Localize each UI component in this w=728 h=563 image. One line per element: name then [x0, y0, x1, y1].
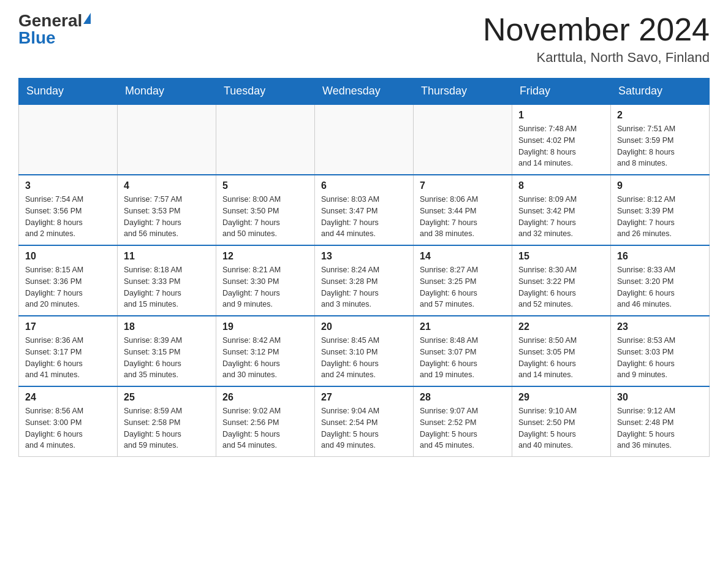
- calendar-cell: [19, 104, 118, 175]
- day-info: Sunrise: 7:57 AM Sunset: 3:53 PM Dayligh…: [124, 194, 210, 240]
- day-number: 20: [321, 321, 407, 332]
- day-number: 14: [420, 251, 506, 262]
- day-info: Sunrise: 8:21 AM Sunset: 3:30 PM Dayligh…: [222, 264, 308, 310]
- day-header-monday: Monday: [118, 79, 216, 105]
- calendar-cell: 10Sunrise: 8:15 AM Sunset: 3:36 PM Dayli…: [19, 245, 118, 316]
- day-info: Sunrise: 8:39 AM Sunset: 3:15 PM Dayligh…: [124, 335, 210, 381]
- day-number: 16: [617, 251, 703, 262]
- day-info: Sunrise: 8:42 AM Sunset: 3:12 PM Dayligh…: [222, 335, 308, 381]
- calendar-cell: 28Sunrise: 9:07 AM Sunset: 2:52 PM Dayli…: [414, 386, 512, 457]
- day-number: 2: [617, 110, 703, 121]
- calendar-cell: [414, 104, 512, 175]
- calendar-cell: 20Sunrise: 8:45 AM Sunset: 3:10 PM Dayli…: [315, 316, 414, 386]
- week-row-5: 24Sunrise: 8:56 AM Sunset: 3:00 PM Dayli…: [19, 386, 710, 457]
- day-number: 15: [518, 251, 604, 262]
- day-header-thursday: Thursday: [414, 79, 512, 105]
- calendar-cell: 1Sunrise: 7:48 AM Sunset: 4:02 PM Daylig…: [512, 104, 611, 175]
- day-number: 29: [518, 392, 604, 403]
- calendar-cell: 13Sunrise: 8:24 AM Sunset: 3:28 PM Dayli…: [315, 245, 414, 316]
- logo-triangle-icon: [83, 13, 91, 24]
- day-number: 18: [124, 321, 210, 332]
- day-number: 8: [518, 180, 604, 191]
- day-info: Sunrise: 8:00 AM Sunset: 3:50 PM Dayligh…: [222, 194, 308, 240]
- calendar-cell: [216, 104, 315, 175]
- day-number: 23: [617, 321, 703, 332]
- day-info: Sunrise: 9:04 AM Sunset: 2:54 PM Dayligh…: [321, 405, 407, 451]
- day-info: Sunrise: 8:27 AM Sunset: 3:25 PM Dayligh…: [420, 264, 506, 310]
- calendar-table: SundayMondayTuesdayWednesdayThursdayFrid…: [18, 78, 710, 457]
- calendar-cell: 23Sunrise: 8:53 AM Sunset: 3:03 PM Dayli…: [611, 316, 710, 386]
- day-number: 11: [124, 251, 210, 262]
- day-number: 28: [420, 392, 506, 403]
- calendar-cell: 3Sunrise: 7:54 AM Sunset: 3:56 PM Daylig…: [19, 175, 118, 245]
- day-number: 19: [222, 321, 308, 332]
- day-info: Sunrise: 8:12 AM Sunset: 3:39 PM Dayligh…: [617, 194, 703, 240]
- calendar-cell: 6Sunrise: 8:03 AM Sunset: 3:47 PM Daylig…: [315, 175, 414, 245]
- week-row-2: 3Sunrise: 7:54 AM Sunset: 3:56 PM Daylig…: [19, 175, 710, 245]
- calendar-cell: 19Sunrise: 8:42 AM Sunset: 3:12 PM Dayli…: [216, 316, 315, 386]
- calendar-cell: 4Sunrise: 7:57 AM Sunset: 3:53 PM Daylig…: [118, 175, 216, 245]
- page-header: General Blue November 2024 Karttula, Nor…: [18, 12, 710, 66]
- day-header-saturday: Saturday: [611, 79, 710, 105]
- calendar-cell: 7Sunrise: 8:06 AM Sunset: 3:44 PM Daylig…: [414, 175, 512, 245]
- day-number: 22: [518, 321, 604, 332]
- day-header-tuesday: Tuesday: [216, 79, 315, 105]
- day-number: 21: [420, 321, 506, 332]
- day-info: Sunrise: 8:33 AM Sunset: 3:20 PM Dayligh…: [617, 264, 703, 310]
- day-number: 10: [25, 251, 111, 262]
- day-info: Sunrise: 8:15 AM Sunset: 3:36 PM Dayligh…: [25, 264, 111, 310]
- calendar-cell: 16Sunrise: 8:33 AM Sunset: 3:20 PM Dayli…: [611, 245, 710, 316]
- logo-blue-text: Blue: [18, 29, 56, 47]
- calendar-subtitle: Karttula, North Savo, Finland: [483, 50, 710, 66]
- calendar-title: November 2024: [483, 12, 710, 47]
- calendar-cell: 22Sunrise: 8:50 AM Sunset: 3:05 PM Dayli…: [512, 316, 611, 386]
- calendar-cell: 15Sunrise: 8:30 AM Sunset: 3:22 PM Dayli…: [512, 245, 611, 316]
- day-number: 9: [617, 180, 703, 191]
- calendar-cell: 8Sunrise: 8:09 AM Sunset: 3:42 PM Daylig…: [512, 175, 611, 245]
- calendar-cell: 5Sunrise: 8:00 AM Sunset: 3:50 PM Daylig…: [216, 175, 315, 245]
- day-info: Sunrise: 8:56 AM Sunset: 3:00 PM Dayligh…: [25, 405, 111, 451]
- day-number: 1: [518, 110, 604, 121]
- day-number: 4: [124, 180, 210, 191]
- day-number: 6: [321, 180, 407, 191]
- day-number: 24: [25, 392, 111, 403]
- day-number: 27: [321, 392, 407, 403]
- day-info: Sunrise: 9:02 AM Sunset: 2:56 PM Dayligh…: [222, 405, 308, 451]
- calendar-cell: 14Sunrise: 8:27 AM Sunset: 3:25 PM Dayli…: [414, 245, 512, 316]
- calendar-cell: 21Sunrise: 8:48 AM Sunset: 3:07 PM Dayli…: [414, 316, 512, 386]
- day-info: Sunrise: 8:48 AM Sunset: 3:07 PM Dayligh…: [420, 335, 506, 381]
- day-number: 7: [420, 180, 506, 191]
- calendar-cell: 12Sunrise: 8:21 AM Sunset: 3:30 PM Dayli…: [216, 245, 315, 316]
- day-info: Sunrise: 8:09 AM Sunset: 3:42 PM Dayligh…: [518, 194, 604, 240]
- calendar-cell: 24Sunrise: 8:56 AM Sunset: 3:00 PM Dayli…: [19, 386, 118, 457]
- day-info: Sunrise: 7:51 AM Sunset: 3:59 PM Dayligh…: [617, 123, 703, 169]
- title-section: November 2024 Karttula, North Savo, Finl…: [483, 12, 710, 66]
- day-info: Sunrise: 8:36 AM Sunset: 3:17 PM Dayligh…: [25, 335, 111, 381]
- calendar-cell: [315, 104, 414, 175]
- day-number: 17: [25, 321, 111, 332]
- logo: General Blue: [18, 12, 91, 47]
- day-info: Sunrise: 9:12 AM Sunset: 2:48 PM Dayligh…: [617, 405, 703, 451]
- calendar-cell: [118, 104, 216, 175]
- day-number: 30: [617, 392, 703, 403]
- calendar-cell: 27Sunrise: 9:04 AM Sunset: 2:54 PM Dayli…: [315, 386, 414, 457]
- day-info: Sunrise: 9:10 AM Sunset: 2:50 PM Dayligh…: [518, 405, 604, 451]
- day-info: Sunrise: 7:54 AM Sunset: 3:56 PM Dayligh…: [25, 194, 111, 240]
- week-row-1: 1Sunrise: 7:48 AM Sunset: 4:02 PM Daylig…: [19, 104, 710, 175]
- day-info: Sunrise: 8:18 AM Sunset: 3:33 PM Dayligh…: [124, 264, 210, 310]
- calendar-cell: 29Sunrise: 9:10 AM Sunset: 2:50 PM Dayli…: [512, 386, 611, 457]
- day-number: 26: [222, 392, 308, 403]
- calendar-cell: 18Sunrise: 8:39 AM Sunset: 3:15 PM Dayli…: [118, 316, 216, 386]
- day-number: 5: [222, 180, 308, 191]
- day-info: Sunrise: 9:07 AM Sunset: 2:52 PM Dayligh…: [420, 405, 506, 451]
- day-info: Sunrise: 8:03 AM Sunset: 3:47 PM Dayligh…: [321, 194, 407, 240]
- day-number: 3: [25, 180, 111, 191]
- calendar-cell: 9Sunrise: 8:12 AM Sunset: 3:39 PM Daylig…: [611, 175, 710, 245]
- day-info: Sunrise: 7:48 AM Sunset: 4:02 PM Dayligh…: [518, 123, 604, 169]
- calendar-cell: 2Sunrise: 7:51 AM Sunset: 3:59 PM Daylig…: [611, 104, 710, 175]
- day-number: 12: [222, 251, 308, 262]
- day-header-wednesday: Wednesday: [315, 79, 414, 105]
- week-row-4: 17Sunrise: 8:36 AM Sunset: 3:17 PM Dayli…: [19, 316, 710, 386]
- day-header-friday: Friday: [512, 79, 611, 105]
- calendar-cell: 17Sunrise: 8:36 AM Sunset: 3:17 PM Dayli…: [19, 316, 118, 386]
